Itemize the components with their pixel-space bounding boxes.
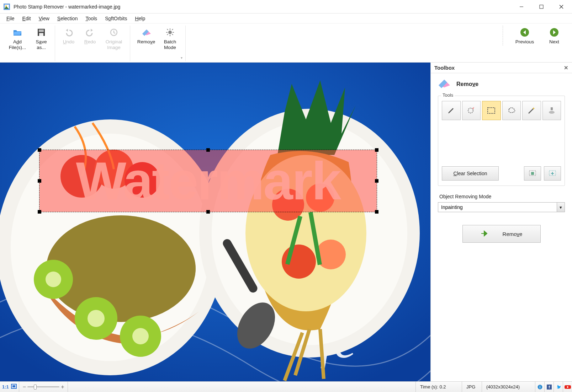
toolbox-title: Toolbox — [434, 65, 455, 71]
zoom-in-icon[interactable]: + — [61, 384, 64, 390]
mode-value[interactable] — [438, 203, 557, 212]
svg-point-43 — [316, 240, 346, 269]
undo-button[interactable]: Undo — [58, 26, 79, 45]
save-selection-button[interactable] — [524, 166, 541, 181]
zoom-slider[interactable]: − + — [19, 382, 68, 392]
maximize-button[interactable] — [531, 0, 551, 13]
original-image-button[interactable]: OriginalImage — [101, 26, 127, 51]
add-files-label: AddFile(s)... — [9, 39, 26, 50]
youtube-icon[interactable] — [563, 382, 572, 392]
menu-edit[interactable]: Edit — [19, 15, 35, 22]
clear-selection-button[interactable]: Clear Selection — [442, 166, 499, 181]
chevron-down-icon[interactable]: ▾ — [557, 203, 565, 212]
handle-n[interactable] — [206, 148, 210, 152]
svg-point-29 — [46, 272, 61, 287]
original-image-label: OriginalImage — [106, 39, 122, 50]
statusbar: 1:1 − + Time (s): 0.2 JPG (4032x3024x24)… — [0, 381, 572, 392]
history-icon — [109, 28, 118, 37]
close-button[interactable] — [551, 0, 571, 13]
folder-open-icon — [13, 28, 22, 37]
app-icon — [4, 4, 10, 10]
menu-file[interactable]: File — [3, 15, 18, 22]
watermark-text: Watermark — [39, 150, 377, 212]
toolbar: AddFile(s)... Saveas... Undo Redo Origin… — [0, 23, 572, 63]
handle-nw[interactable] — [38, 148, 41, 152]
svg-rect-19 — [167, 34, 168, 35]
toolbox-close-icon[interactable]: ✕ — [564, 65, 568, 71]
slider-track[interactable] — [27, 386, 59, 387]
svg-rect-53 — [531, 172, 534, 175]
redo-icon — [85, 28, 95, 37]
load-selection-button[interactable] — [544, 166, 561, 181]
remove-action-button[interactable]: Remove — [462, 225, 541, 243]
svg-text:i: i — [539, 385, 540, 389]
svg-rect-49 — [488, 108, 495, 113]
svg-rect-12 — [170, 28, 170, 30]
info-icon[interactable]: i — [535, 382, 544, 392]
svg-rect-4 — [540, 5, 543, 9]
menu-help[interactable]: Help — [131, 15, 149, 22]
redo-button[interactable]: Redo — [79, 26, 101, 45]
handle-se[interactable] — [375, 210, 378, 214]
svg-rect-16 — [167, 29, 168, 30]
undo-icon — [64, 28, 73, 37]
svg-rect-8 — [39, 29, 44, 32]
zoom-out-icon[interactable]: − — [23, 384, 26, 390]
save-icon — [37, 28, 46, 37]
magic-wand-tool[interactable] — [522, 101, 541, 120]
tools-fieldset: Tools Clear Selection — [438, 96, 565, 186]
next-label: Next — [549, 39, 559, 45]
handle-sw[interactable] — [38, 210, 41, 214]
menu-view[interactable]: View — [35, 15, 53, 22]
previous-button[interactable]: Previous — [512, 26, 538, 45]
eraser-icon — [142, 28, 151, 37]
rectangle-select-tool[interactable] — [482, 101, 501, 120]
fit-screen-icon[interactable] — [11, 384, 17, 390]
svg-rect-50 — [551, 107, 553, 110]
overflow-icon[interactable]: ▾ — [181, 56, 182, 61]
twitter-icon[interactable] — [554, 382, 563, 392]
mode-label: Object Removing Mode — [439, 194, 565, 199]
add-files-button[interactable]: AddFile(s)... — [4, 26, 31, 51]
svg-point-33 — [132, 328, 149, 344]
arrow-right-icon — [481, 230, 488, 238]
handle-e[interactable] — [375, 179, 378, 183]
remove-action-label: Remove — [503, 231, 523, 237]
menu-selection[interactable]: Selection — [54, 15, 81, 22]
next-button[interactable]: Next — [544, 26, 565, 45]
zoom-actual-button[interactable]: 1:1 — [2, 384, 9, 390]
undo-label: Undo — [63, 39, 74, 45]
status-dimensions: (4032x3024x24) — [482, 382, 535, 392]
batch-mode-button[interactable]: BatchMode — [159, 26, 181, 51]
menu-tools[interactable]: Tools — [82, 15, 101, 22]
remove-button[interactable]: Remove — [133, 26, 159, 45]
toolbox-panel: Toolbox ✕ Remove Tools Clear Select — [430, 63, 572, 381]
svg-point-11 — [168, 31, 172, 34]
minimize-button[interactable] — [512, 0, 531, 13]
facebook-icon[interactable]: f — [544, 382, 554, 392]
save-as-label: Saveas... — [36, 39, 47, 50]
svg-rect-9 — [39, 33, 43, 36]
handle-s[interactable] — [206, 210, 210, 214]
save-as-button[interactable]: Saveas... — [31, 26, 52, 51]
menubar: File Edit View Selection Tools SoftOrbit… — [0, 14, 572, 23]
previous-label: Previous — [515, 39, 534, 45]
svg-text:f: f — [549, 385, 550, 389]
menu-softorbits[interactable]: SoftOrbits — [101, 15, 131, 22]
selection-rectangle[interactable]: Watermark — [39, 150, 377, 212]
mode-combo[interactable]: ▾ — [438, 202, 565, 212]
window-title: Photo Stamp Remover - watermarked-image.… — [14, 4, 120, 10]
handle-ne[interactable] — [375, 148, 378, 152]
slider-thumb[interactable] — [34, 385, 37, 390]
free-select-tool[interactable] — [502, 101, 521, 120]
svg-rect-18 — [172, 29, 173, 30]
smart-select-tool[interactable] — [462, 101, 481, 120]
status-time: Time (s): 0.2 — [415, 382, 462, 392]
image-canvas[interactable]: fe — [0, 63, 430, 381]
marker-tool[interactable] — [442, 101, 461, 120]
svg-rect-14 — [166, 32, 168, 33]
redo-label: Redo — [84, 39, 96, 45]
handle-w[interactable] — [38, 179, 41, 183]
clone-stamp-tool[interactable] — [542, 101, 561, 120]
tools-legend: Tools — [441, 92, 455, 98]
